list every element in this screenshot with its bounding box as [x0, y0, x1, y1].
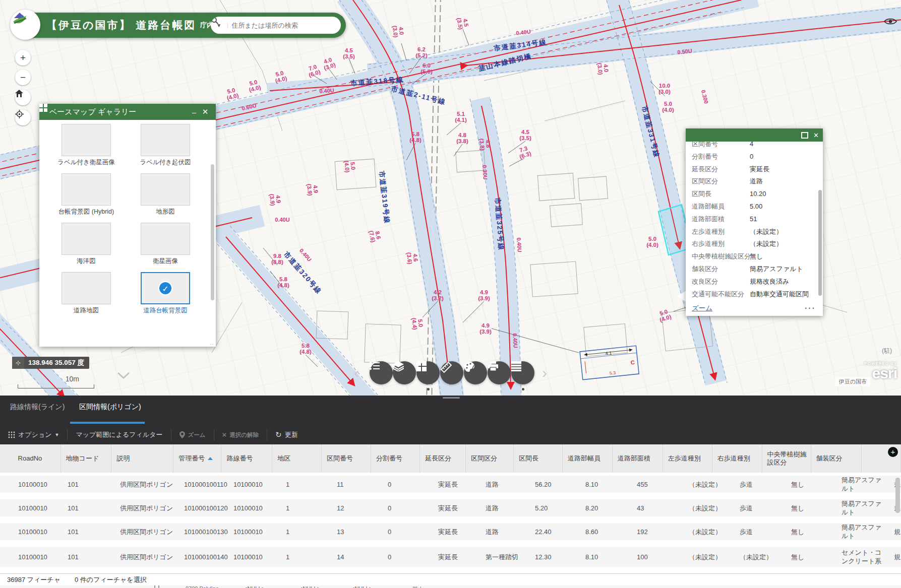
column-header[interactable]: 中央帯植樹施設区分	[762, 444, 811, 473]
zoom-to-selection-button[interactable]: ズーム	[171, 431, 214, 438]
minimize-icon[interactable]: –	[189, 108, 200, 116]
field-value: 実延長	[750, 163, 769, 176]
zoom-in-button[interactable]: +	[15, 50, 31, 66]
options-menu-button[interactable]: オプション ▼	[0, 430, 67, 439]
basemap-item[interactable]: ラベル付き起伏図	[128, 124, 203, 166]
column-header[interactable]: 分割番号	[371, 444, 420, 473]
popup-rows: 区間番号 4 分割番号 0 延長区分 実延長 区間区分 道路 区間長	[686, 142, 823, 300]
basemap-item[interactable]: 道路台帳背景図	[128, 272, 203, 314]
field-label: 舗装区分	[692, 263, 750, 276]
basemap-item[interactable]: 衛星画像	[128, 223, 203, 265]
column-header[interactable]: RoadNo	[13, 444, 61, 473]
popup-row: 舗装区分 簡易アスファルト	[692, 263, 823, 276]
toolbar-prev-chevron[interactable]: ‹	[354, 367, 359, 379]
table-scrollbar[interactable]	[895, 478, 900, 513]
table-row[interactable]: 10100010101供用区間ポリゴン101000100120101000101…	[0, 499, 901, 516]
table-cell: 1	[281, 553, 332, 561]
column-header[interactable]: 説明	[111, 444, 173, 473]
zoom-out-button[interactable]: −	[15, 70, 31, 85]
more-actions-icon[interactable]: ···	[805, 304, 816, 313]
table-cell: 簡易アスファルト	[836, 476, 889, 493]
column-header[interactable]: 管理番号	[173, 444, 221, 473]
column-header[interactable]: 舗装区分	[811, 444, 862, 473]
printer-icon	[488, 361, 499, 371]
draw-button[interactable]	[464, 361, 487, 384]
tab-route-info[interactable]: 路線情報(ライン)	[10, 403, 65, 412]
basemap-item[interactable]: 海洋図	[48, 223, 124, 265]
search-input[interactable]	[228, 22, 325, 29]
table-cell: 第一種踏切	[480, 553, 530, 561]
table-cell: （未設定）	[735, 553, 786, 561]
refresh-icon: ↻	[275, 430, 282, 439]
refresh-label: 更新	[285, 430, 298, 439]
hidden-fragment: <NULL>	[299, 585, 320, 588]
column-header[interactable]: 道路部面積	[613, 444, 663, 473]
basemap-item[interactable]: 地形図	[128, 173, 203, 216]
table-cell: 10100010	[228, 528, 281, 536]
column-header[interactable]: 道路部幅員	[563, 444, 613, 473]
refresh-button[interactable]: ↻ 更新	[267, 430, 306, 439]
zoom-to-link[interactable]: ズーム	[692, 304, 805, 313]
field-value: （未設定）	[750, 238, 783, 250]
basemap-item[interactable]: 道路地図	[48, 272, 124, 314]
attribute-table-button[interactable]	[511, 361, 534, 384]
basemap-thumbnail	[141, 223, 190, 255]
coordinate-display[interactable]: ⊹ 138.946 35.057 度	[12, 357, 89, 369]
column-header[interactable]: 区間区分	[466, 444, 514, 473]
layers-button[interactable]	[393, 361, 416, 384]
home-button[interactable]	[15, 90, 31, 105]
table-cell: セメント・コンクリート系	[836, 548, 889, 565]
active-tab-underline	[70, 422, 145, 424]
column-header[interactable]: 左歩道種別	[663, 444, 712, 473]
field-value: （未設定）	[750, 226, 783, 238]
table-cell: 101000100130	[179, 528, 228, 536]
filter-by-map-extent-button[interactable]: マップ範囲によるフィルター	[68, 430, 170, 439]
basemap-item[interactable]: ラベル付き衛星画像	[48, 124, 124, 166]
popup-header[interactable]: ✕	[686, 128, 823, 142]
table-row[interactable]: 10100010101供用区間ポリゴン101000100110101000101…	[0, 476, 901, 493]
table-panel-header: 路線情報(ライン) 区間情報(ポリゴン) オプション ▼ マップ範囲によるフィル…	[0, 396, 901, 444]
column-header[interactable]: 路線番号	[221, 444, 272, 473]
close-icon[interactable]: ✕	[813, 132, 819, 139]
legend-button[interactable]	[370, 361, 393, 384]
table-cell: 12.30	[530, 553, 580, 561]
minus-icon: −	[20, 72, 26, 83]
plus-icon: +	[20, 52, 26, 63]
gallery-scrollbar[interactable]	[211, 164, 214, 300]
map-canvas[interactable]: 4.1 5.3 C 市道韮318号線市道韮2-11号線市道韮314号線韮山本線踏…	[0, 0, 901, 396]
palette-icon	[464, 361, 475, 372]
table-cell: 供用区間ポリゴン	[115, 504, 179, 512]
column-header[interactable]: 延長区分	[420, 444, 466, 473]
field-value: 自動車交通可能区間	[750, 288, 809, 301]
basemap-button[interactable]	[416, 361, 440, 384]
field-value: 簡易アスファルト	[750, 263, 803, 276]
print-button[interactable]	[488, 361, 511, 384]
locate-button[interactable]	[15, 110, 31, 125]
column-header[interactable]: 区間番号	[322, 444, 371, 473]
table-cell: 8.10	[580, 553, 632, 561]
table-cell: 22.40	[530, 528, 580, 536]
basemap-item[interactable]: 台帳背景図 (Hybrid)	[48, 173, 124, 216]
add-column-button[interactable]: +	[888, 447, 898, 457]
column-header[interactable]: 右歩道種別	[712, 444, 762, 473]
maximize-icon[interactable]	[801, 132, 808, 139]
toolbar-next-chevron[interactable]: ›	[542, 367, 547, 379]
coordinate-value: 138.946 35.057 度	[28, 358, 84, 367]
table-row[interactable]: 10100010101供用区間ポリゴン101000100130101000101…	[0, 523, 901, 540]
measure-button[interactable]	[440, 361, 463, 384]
basemap-thumbnail	[141, 124, 190, 156]
basemap-gallery-header[interactable]: ベースマップ ギャラリー – ✕	[39, 104, 216, 120]
field-value: 10.20	[750, 188, 766, 201]
tab-segment-info[interactable]: 区間情報(ポリゴン)	[79, 403, 141, 412]
gallery-resize-handle[interactable]: ..	[210, 340, 214, 346]
column-header[interactable]: 区間長	[514, 444, 563, 473]
column-header[interactable]: 地区	[272, 444, 322, 473]
popup-scrollbar[interactable]	[818, 190, 822, 296]
panel-drag-handle[interactable]	[443, 397, 460, 399]
table-cell: 11	[332, 480, 383, 489]
close-icon[interactable]: ✕	[200, 107, 211, 116]
clear-selection-button[interactable]: × 選択の解除	[214, 432, 267, 438]
column-header[interactable]: 地物コード	[61, 444, 112, 473]
table-row[interactable]: 10100010101供用区間ポリゴン101000100140101000101…	[0, 547, 901, 567]
table-cell: 8.60	[580, 528, 632, 536]
